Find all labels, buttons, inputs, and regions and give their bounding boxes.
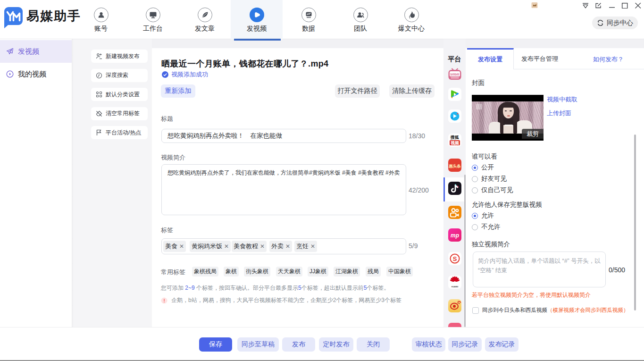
svg-text:HUAWEI: HUAWEI xyxy=(452,286,458,288)
svg-text:S: S xyxy=(453,255,457,262)
svg-text:搜狐: 搜狐 xyxy=(450,135,459,140)
svg-text:mp: mp xyxy=(451,232,459,239)
svg-text:视频: 视频 xyxy=(450,141,460,145)
svg-text:bilibili: bilibili xyxy=(451,73,460,76)
svg-text:惠头条: 惠头条 xyxy=(448,164,461,168)
